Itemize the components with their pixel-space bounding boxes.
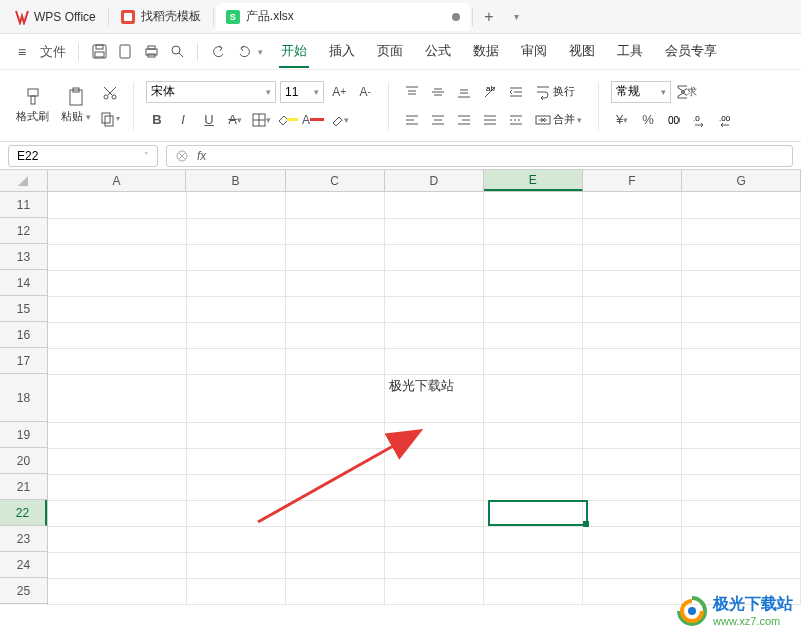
tab-member[interactable]: 会员专享 xyxy=(663,36,719,68)
comma-button[interactable]: 000 xyxy=(663,109,685,131)
row-header[interactable]: 18 xyxy=(0,374,47,422)
paste-button[interactable]: 粘贴 ▾ xyxy=(57,85,95,126)
new-tab-button[interactable]: + xyxy=(475,3,503,31)
tab-view[interactable]: 视图 xyxy=(567,36,597,68)
row-header[interactable]: 11 xyxy=(0,192,47,218)
hamburger-menu-button[interactable]: ≡ xyxy=(10,40,34,64)
tab-insert[interactable]: 插入 xyxy=(327,36,357,68)
sum-icon xyxy=(675,84,687,100)
decrease-indent-button[interactable] xyxy=(505,81,527,103)
align-justify-button[interactable] xyxy=(479,109,501,131)
percent-button[interactable]: % xyxy=(637,109,659,131)
spreadsheet-grid[interactable]: A B C D E F G 11 12 13 14 15 16 17 18 19… xyxy=(0,170,801,635)
row-header[interactable]: 21 xyxy=(0,474,47,500)
preview-button[interactable] xyxy=(165,40,189,64)
format-painter-button[interactable]: 格式刷 xyxy=(12,85,53,126)
align-middle-button[interactable] xyxy=(427,81,449,103)
svg-text:ab: ab xyxy=(486,85,495,93)
wrap-text-button[interactable]: 换行 xyxy=(531,82,579,102)
col-header-C[interactable]: C xyxy=(286,170,385,191)
undo-button[interactable] xyxy=(206,40,230,64)
svg-rect-3 xyxy=(95,52,104,57)
tab-tools[interactable]: 工具 xyxy=(615,36,645,68)
tab-formula[interactable]: 公式 xyxy=(423,36,453,68)
name-box[interactable]: E22 ˅ xyxy=(8,145,158,167)
cut-button[interactable] xyxy=(99,82,121,104)
tab-separator xyxy=(472,8,473,26)
select-all-corner[interactable] xyxy=(0,170,48,191)
decrease-decimal-button[interactable]: .00 xyxy=(715,109,737,131)
increase-decimal-button[interactable]: .0 xyxy=(689,109,711,131)
watermark: 极光下载站 www.xz7.com xyxy=(677,594,793,627)
formula-input-area[interactable]: fx xyxy=(166,145,793,167)
row-header[interactable]: 12 xyxy=(0,218,47,244)
redo-button[interactable] xyxy=(232,40,256,64)
font-size-select[interactable]: 11▾ xyxy=(280,81,324,103)
italic-button[interactable]: I xyxy=(172,109,194,131)
svg-point-15 xyxy=(112,95,116,99)
new-button[interactable] xyxy=(113,40,137,64)
font-color-button[interactable]: A xyxy=(302,109,324,131)
tab-document[interactable]: S 产品.xlsx xyxy=(216,3,470,31)
row-header[interactable]: 20 xyxy=(0,448,47,474)
fx-icon[interactable]: fx xyxy=(197,149,206,163)
row-header[interactable]: 25 xyxy=(0,578,47,604)
row-header[interactable]: 14 xyxy=(0,270,47,296)
svg-rect-6 xyxy=(148,46,155,49)
row-header[interactable]: 24 xyxy=(0,552,47,578)
row-header[interactable]: 19 xyxy=(0,422,47,448)
copy-button[interactable]: ▾ xyxy=(99,108,121,130)
align-center-button[interactable] xyxy=(427,109,449,131)
align-left-button[interactable] xyxy=(401,109,423,131)
col-header-F[interactable]: F xyxy=(583,170,682,191)
align-top-button[interactable] xyxy=(401,81,423,103)
qat-more-icon[interactable]: ▾ xyxy=(258,47,263,57)
svg-line-17 xyxy=(104,87,112,95)
row-header[interactable]: 13 xyxy=(0,244,47,270)
distribute-button[interactable] xyxy=(505,109,527,131)
tab-review[interactable]: 审阅 xyxy=(519,36,549,68)
currency-button[interactable]: ¥ ▾ xyxy=(611,109,633,131)
row-header[interactable]: 15 xyxy=(0,296,47,322)
cell-D18[interactable]: 极光下载站 xyxy=(385,374,484,422)
align-bottom-icon xyxy=(457,85,471,99)
bold-button[interactable]: B xyxy=(146,109,168,131)
row-header[interactable]: 17 xyxy=(0,348,47,374)
underline-button[interactable]: U xyxy=(198,109,220,131)
font-family-select[interactable]: 宋体▾ xyxy=(146,81,276,103)
borders-button[interactable]: ▾ xyxy=(250,109,272,131)
svg-line-9 xyxy=(179,53,183,57)
file-menu[interactable]: 文件 xyxy=(36,40,70,64)
print-button[interactable] xyxy=(139,40,163,64)
tab-data[interactable]: 数据 xyxy=(471,36,501,68)
number-format-select[interactable]: 常规▾ xyxy=(611,81,671,103)
row-header[interactable]: 16 xyxy=(0,322,47,348)
tab-list-button[interactable]: ▾ xyxy=(503,3,531,31)
app-name-tab[interactable]: WPS Office xyxy=(4,3,106,31)
tab-templates[interactable]: 找稻壳模板 xyxy=(111,3,211,31)
row-header[interactable]: 22 xyxy=(0,500,47,526)
col-header-A[interactable]: A xyxy=(48,170,187,191)
printer-icon xyxy=(144,44,159,59)
col-header-D[interactable]: D xyxy=(385,170,484,191)
cells-area[interactable]: 极光下载站 xyxy=(48,192,801,605)
tab-start[interactable]: 开始 xyxy=(279,36,309,68)
shrink-font-button[interactable]: A- xyxy=(354,81,376,103)
merge-button[interactable]: 合并▾ xyxy=(531,110,586,130)
clear-format-button[interactable]: ▾ xyxy=(328,109,350,131)
col-header-B[interactable]: B xyxy=(186,170,285,191)
align-center-icon xyxy=(431,113,445,127)
save-button[interactable] xyxy=(87,40,111,64)
sum-button[interactable]: 求 xyxy=(675,81,697,103)
col-header-G[interactable]: G xyxy=(682,170,801,191)
strikethrough-button[interactable]: A▾ xyxy=(224,109,246,131)
align-bottom-button[interactable] xyxy=(453,81,475,103)
fill-color-button[interactable] xyxy=(276,109,298,131)
cancel-fx-icon[interactable] xyxy=(175,149,189,163)
orientation-button[interactable]: ab xyxy=(479,81,501,103)
align-right-button[interactable] xyxy=(453,109,475,131)
grow-font-button[interactable]: A+ xyxy=(328,81,350,103)
col-header-E[interactable]: E xyxy=(484,170,583,191)
row-header[interactable]: 23 xyxy=(0,526,47,552)
tab-page[interactable]: 页面 xyxy=(375,36,405,68)
